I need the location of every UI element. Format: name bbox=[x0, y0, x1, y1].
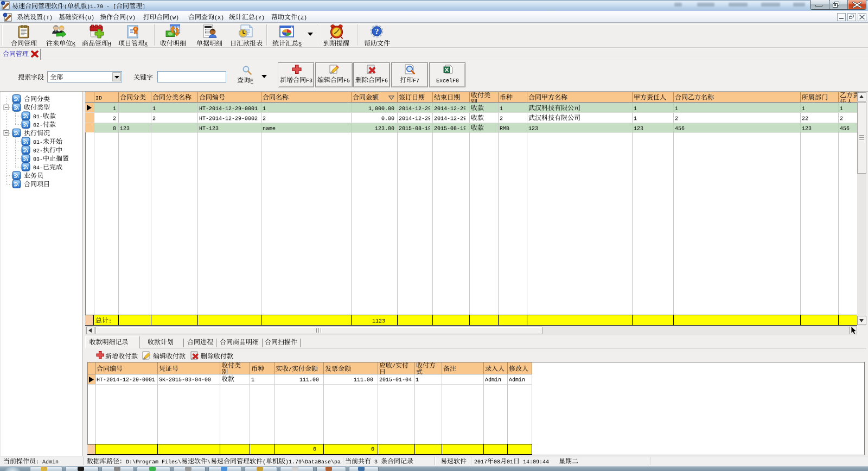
svg-text:?: ? bbox=[375, 27, 379, 36]
